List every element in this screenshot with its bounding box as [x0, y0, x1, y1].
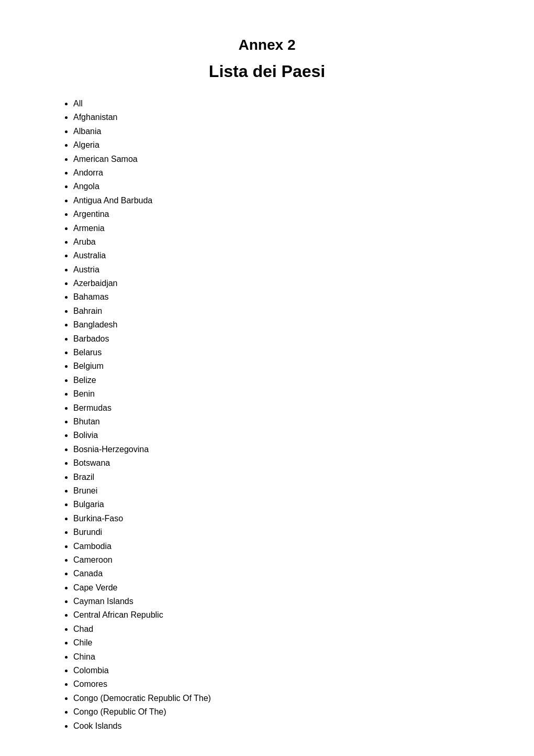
list-item: Chile [73, 636, 492, 650]
list-item: Barbados [73, 332, 492, 346]
list-item: Armenia [73, 222, 492, 235]
list-item: Chad [73, 622, 492, 636]
list-item: Azerbaidjan [73, 277, 492, 290]
list-item: China [73, 650, 492, 664]
list-item: Cambodia [73, 540, 492, 553]
main-title: Lista dei Paesi [42, 62, 492, 81]
list-item: Angola [73, 180, 492, 193]
annex-title: Annex 2 [42, 37, 492, 53]
list-item: Burundi [73, 525, 492, 539]
list-item: Central African Republic [73, 608, 492, 622]
list-item: Bhutan [73, 415, 492, 429]
list-item: Bulgaria [73, 498, 492, 511]
list-item: Andorra [73, 166, 492, 180]
list-item: Antigua And Barbuda [73, 194, 492, 207]
list-item: Congo (Democratic Republic Of The) [73, 692, 492, 705]
list-item: Cameroon [73, 553, 492, 567]
list-item: Botswana [73, 456, 492, 470]
list-item: Brazil [73, 470, 492, 484]
list-item: Afghanistan [73, 111, 492, 124]
list-item: Bahrain [73, 304, 492, 318]
list-item: Cayman Islands [73, 595, 492, 608]
list-item: Canada [73, 567, 492, 580]
list-item: Bangladesh [73, 318, 492, 332]
list-item: Burkina-Faso [73, 512, 492, 525]
list-item: Bermudas [73, 401, 492, 415]
list-item: Comores [73, 677, 492, 691]
list-item: Benin [73, 387, 492, 401]
list-item: Belarus [73, 346, 492, 359]
list-item: Cape Verde [73, 581, 492, 595]
list-item: Algeria [73, 138, 492, 152]
list-item: Belgium [73, 359, 492, 373]
list-item: Bahamas [73, 290, 492, 304]
list-item: Argentina [73, 207, 492, 221]
list-item: All [73, 97, 492, 111]
list-item: Colombia [73, 664, 492, 677]
list-item: Bolivia [73, 429, 492, 442]
list-item: Congo (Republic Of The) [73, 705, 492, 719]
list-item: Albania [73, 125, 492, 138]
page-header: Annex 2 Lista dei Paesi [42, 37, 492, 81]
list-item: Bosnia-Herzegovina [73, 443, 492, 456]
list-item: Belize [73, 374, 492, 387]
country-list: AllAfghanistanAlbaniaAlgeriaAmerican Sam… [42, 97, 492, 733]
list-item: Cook Islands [73, 719, 492, 733]
list-item: Aruba [73, 235, 492, 249]
list-item: Brunei [73, 484, 492, 498]
list-item: Australia [73, 249, 492, 262]
list-item: American Samoa [73, 152, 492, 166]
list-item: Austria [73, 263, 492, 277]
